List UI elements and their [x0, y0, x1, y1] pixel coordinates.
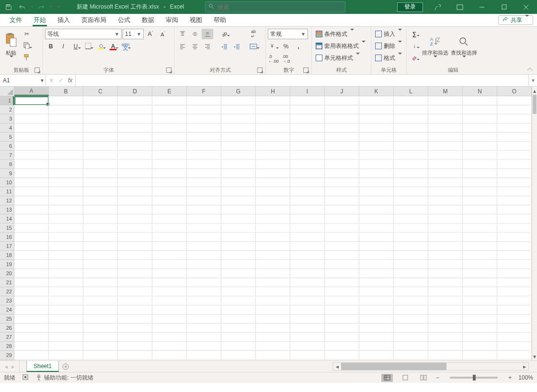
- row-header[interactable]: 23: [0, 296, 14, 305]
- increase-font-button[interactable]: Aˆ: [145, 29, 156, 39]
- decrease-indent-button[interactable]: [219, 41, 230, 52]
- row-header[interactable]: 27: [0, 333, 14, 342]
- cells-area[interactable]: [14, 96, 532, 360]
- fill-button[interactable]: ↓: [409, 41, 420, 51]
- scroll-thumb[interactable]: [341, 363, 446, 370]
- align-right-button[interactable]: [202, 41, 213, 52]
- tab-page-layout[interactable]: 页面布局: [76, 14, 112, 26]
- row-header[interactable]: 29: [0, 351, 14, 360]
- column-header[interactable]: L: [394, 87, 428, 96]
- underline-button[interactable]: U: [70, 41, 81, 52]
- close-icon[interactable]: [515, 0, 537, 14]
- scroll-up-icon[interactable]: ▴: [532, 87, 537, 95]
- row-headers[interactable]: 1234567891011121314151617181920212223242…: [0, 96, 14, 360]
- delete-cells-button[interactable]: 删除: [373, 41, 404, 51]
- column-header[interactable]: A: [14, 87, 49, 96]
- comma-button[interactable]: ,: [293, 41, 304, 52]
- autosum-button[interactable]: ∑: [409, 29, 420, 39]
- row-header[interactable]: 6: [0, 142, 14, 151]
- row-header[interactable]: 5: [0, 133, 14, 142]
- row-header[interactable]: 28: [0, 342, 14, 351]
- dialog-launcher[interactable]: [257, 67, 263, 73]
- row-header[interactable]: 25: [0, 314, 14, 324]
- coming-soon-icon[interactable]: [427, 0, 449, 14]
- align-middle-button[interactable]: [189, 29, 201, 39]
- tab-help[interactable]: 帮助: [208, 14, 232, 26]
- row-header[interactable]: 14: [0, 214, 14, 224]
- row-header[interactable]: 2: [0, 105, 14, 114]
- zoom-level[interactable]: 100%: [518, 374, 533, 381]
- increase-decimal-button[interactable]: .0←.00: [268, 54, 279, 64]
- decrease-decimal-button[interactable]: .00→.0: [280, 54, 292, 64]
- align-top-button[interactable]: [177, 29, 188, 39]
- align-left-button[interactable]: [177, 41, 188, 52]
- search-input[interactable]: [217, 4, 342, 11]
- select-all-corner[interactable]: [0, 87, 14, 96]
- column-header[interactable]: D: [118, 87, 152, 96]
- row-header[interactable]: 10: [0, 178, 14, 187]
- tab-home[interactable]: 开始: [28, 14, 52, 26]
- column-header[interactable]: E: [152, 87, 187, 96]
- search-box[interactable]: [205, 1, 345, 12]
- share-button[interactable]: 共享: [498, 15, 533, 25]
- italic-button[interactable]: I: [57, 41, 69, 52]
- clear-button[interactable]: [409, 53, 420, 63]
- cut-button[interactable]: ✂: [21, 29, 33, 39]
- format-cells-button[interactable]: 格式: [373, 53, 404, 63]
- row-header[interactable]: 8: [0, 160, 14, 169]
- tab-file[interactable]: 文件: [4, 14, 28, 26]
- column-header[interactable]: M: [428, 87, 463, 96]
- fill-color-button[interactable]: [95, 41, 106, 52]
- column-header[interactable]: K: [359, 87, 394, 96]
- redo-icon[interactable]: [34, 1, 48, 13]
- zoom-out-button[interactable]: −: [436, 374, 439, 381]
- sheet-nav[interactable]: ◂▸: [0, 361, 20, 372]
- sheet-tab[interactable]: Sheet1: [26, 361, 59, 372]
- tab-data[interactable]: 数据: [136, 14, 160, 26]
- row-header[interactable]: 21: [0, 278, 14, 287]
- column-header[interactable]: B: [49, 87, 83, 96]
- row-header[interactable]: 12: [0, 196, 14, 205]
- dialog-launcher[interactable]: [303, 67, 308, 73]
- column-header[interactable]: F: [187, 87, 221, 96]
- row-header[interactable]: 7: [0, 151, 14, 160]
- format-painter-button[interactable]: [21, 53, 33, 63]
- macro-icon[interactable]: [22, 374, 29, 382]
- row-header[interactable]: 24: [0, 305, 14, 314]
- dialog-launcher[interactable]: [34, 67, 40, 73]
- sort-filter-button[interactable]: AZ 排序和筛选: [421, 29, 449, 63]
- collapse-ribbon-button[interactable]: [526, 66, 534, 72]
- accessibility-status[interactable]: 辅助功能: 一切就绪: [35, 374, 93, 382]
- row-header[interactable]: 15: [0, 224, 14, 233]
- number-format-combo[interactable]: 常规▾: [268, 29, 308, 39]
- cancel-icon[interactable]: ✕: [49, 77, 54, 84]
- column-headers[interactable]: ABCDEFGHIJKLMNO: [14, 87, 532, 96]
- insert-cells-button[interactable]: 插入: [373, 29, 404, 39]
- name-box[interactable]: A1▾: [0, 75, 46, 86]
- scroll-thumb[interactable]: [533, 95, 537, 114]
- undo-dropdown[interactable]: [29, 1, 34, 13]
- increase-indent-button[interactable]: [231, 41, 243, 52]
- decrease-font-button[interactable]: Aˇ: [157, 29, 169, 39]
- redo-dropdown[interactable]: [48, 1, 54, 13]
- minimize-icon[interactable]: [471, 0, 493, 14]
- fx-icon[interactable]: fx: [68, 77, 72, 84]
- expand-formula-bar[interactable]: ▾: [528, 75, 537, 86]
- page-break-view-button[interactable]: [418, 374, 429, 382]
- tab-formulas[interactable]: 公式: [112, 14, 136, 26]
- normal-view-button[interactable]: [381, 374, 393, 382]
- row-header[interactable]: 17: [0, 242, 14, 251]
- font-size-combo[interactable]: 11▾: [123, 29, 144, 39]
- tab-view[interactable]: 视图: [184, 14, 208, 26]
- row-header[interactable]: 1: [0, 96, 14, 105]
- column-header[interactable]: C: [83, 87, 118, 96]
- align-bottom-button[interactable]: [202, 29, 213, 39]
- qat-customize[interactable]: [54, 1, 62, 13]
- find-select-button[interactable]: 查找和选择: [450, 29, 478, 63]
- conditional-format-button[interactable]: 条件格式: [314, 29, 369, 39]
- row-header[interactable]: 9: [0, 169, 14, 178]
- paste-button[interactable]: 粘贴: [2, 29, 20, 63]
- row-header[interactable]: 20: [0, 269, 14, 278]
- row-header[interactable]: 11: [0, 187, 14, 196]
- row-header[interactable]: 16: [0, 233, 14, 242]
